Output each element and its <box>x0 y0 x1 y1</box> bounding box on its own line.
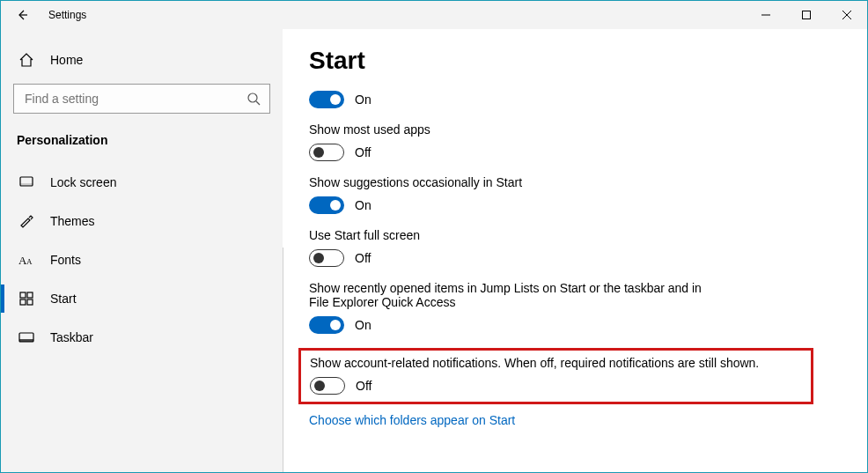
svg-text:A: A <box>26 257 33 266</box>
setting-account-notifications: Show account-related notifications. When… <box>310 356 802 395</box>
content-area: Start On Show most used apps Off Show su… <box>283 29 867 472</box>
lock-screen-icon <box>18 174 43 190</box>
back-button[interactable] <box>8 1 36 29</box>
maximize-icon <box>802 11 811 19</box>
sidebar-item-home[interactable]: Home <box>1 45 283 75</box>
toggle-state-text: Off <box>356 379 371 393</box>
sidebar-item-start[interactable]: Start <box>1 279 283 318</box>
sidebar-item-label: Lock screen <box>50 175 116 189</box>
sidebar-item-taskbar[interactable]: Taskbar <box>1 318 283 357</box>
toggle-suggestions[interactable] <box>309 196 344 214</box>
sidebar-item-fonts[interactable]: AA Fonts <box>1 240 283 279</box>
svg-rect-3 <box>20 183 33 186</box>
search-box[interactable] <box>13 84 270 114</box>
taskbar-icon <box>18 329 43 345</box>
setting-most-used-apps: Show most used apps Off <box>309 122 841 161</box>
setting-label: Use Start full screen <box>309 228 714 242</box>
search-icon <box>246 92 261 106</box>
sidebar-section-header: Personalization <box>1 114 283 163</box>
toggle-most-used-apps[interactable] <box>309 144 344 161</box>
titlebar: Settings <box>1 1 867 29</box>
arrow-left-icon <box>15 8 29 22</box>
svg-rect-6 <box>20 292 26 298</box>
setting-label: Show suggestions occasionally in Start <box>309 175 714 189</box>
choose-folders-link[interactable]: Choose which folders appear on Start <box>309 413 841 427</box>
toggle-full-screen[interactable] <box>309 249 344 267</box>
sidebar-item-label: Fonts <box>50 253 81 267</box>
sidebar-item-label: Themes <box>50 214 95 228</box>
minimize-button[interactable] <box>746 1 786 29</box>
svg-rect-8 <box>20 299 26 305</box>
home-icon <box>18 52 43 68</box>
toggle-recent-items[interactable] <box>309 316 344 334</box>
close-button[interactable] <box>827 1 867 29</box>
toggle-state-text: Off <box>355 251 371 265</box>
themes-icon <box>18 213 43 229</box>
sidebar-item-label: Start <box>50 292 77 306</box>
svg-rect-11 <box>19 339 33 342</box>
toggle-account-notifications[interactable] <box>310 377 345 395</box>
vertical-divider <box>283 248 283 472</box>
toggle-state-text: On <box>355 92 371 107</box>
home-label: Home <box>50 53 83 67</box>
toggle-state-text: Off <box>355 145 371 159</box>
setting-first-toggle: On <box>309 91 841 108</box>
sidebar-item-themes[interactable]: Themes <box>1 202 283 240</box>
sidebar-item-label: Taskbar <box>50 330 93 344</box>
setting-label: Show most used apps <box>309 122 714 137</box>
setting-full-screen: Use Start full screen Off <box>309 228 841 267</box>
sidebar-item-lock-screen[interactable]: Lock screen <box>1 163 283 202</box>
minimize-icon <box>761 11 770 19</box>
maximize-button[interactable] <box>786 1 827 29</box>
svg-rect-0 <box>803 11 811 19</box>
window-controls <box>746 1 867 29</box>
window-title: Settings <box>48 9 86 21</box>
sidebar: Home Personalization Lock screen Themes … <box>1 29 283 472</box>
close-icon <box>842 11 851 19</box>
toggle-state-text: On <box>355 318 371 332</box>
highlighted-setting-box: Show account-related notifications. When… <box>298 348 813 404</box>
setting-recent-items: Show recently opened items in Jump Lists… <box>309 281 841 334</box>
setting-label: Show recently opened items in Jump Lists… <box>309 281 714 309</box>
page-title: Start <box>309 47 841 75</box>
search-input[interactable] <box>23 91 246 107</box>
svg-rect-7 <box>27 292 33 298</box>
fonts-icon: AA <box>18 252 43 268</box>
setting-suggestions: Show suggestions occasionally in Start O… <box>309 175 841 214</box>
svg-rect-9 <box>27 299 33 305</box>
setting-label: Show account-related notifications. When… <box>310 356 776 370</box>
toggle-state-text: On <box>355 198 371 212</box>
svg-point-1 <box>248 93 257 102</box>
toggle-first[interactable] <box>309 91 344 108</box>
start-icon <box>18 291 43 307</box>
